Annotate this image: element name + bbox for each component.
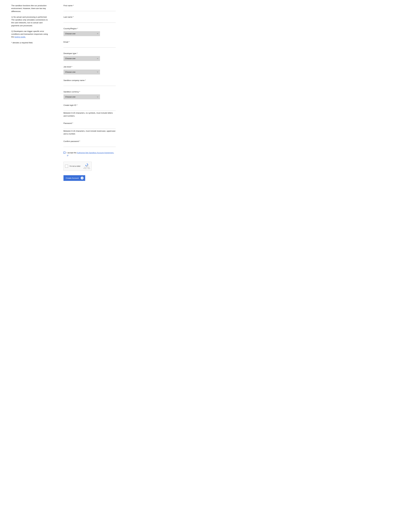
accept-terms-checkbox[interactable] <box>64 152 66 154</box>
create-account-label: Create Account <box>66 177 79 179</box>
currency-label: Sandbox currency * <box>64 90 116 93</box>
job-level-select[interactable]: Choose one <box>64 70 100 75</box>
email-label: Email * <box>64 41 116 43</box>
point-1-paragraph: 1) No actual card processing is performe… <box>11 16 49 27</box>
confirm-password-label: Confirm password * <box>64 140 116 143</box>
first-name-input[interactable] <box>64 7 116 11</box>
required-note: * denotes a required field. <box>11 41 49 44</box>
currency-group: Sandbox currency * Choose one <box>64 90 116 99</box>
password-label: Password * <box>64 122 116 125</box>
external-link-icon <box>67 154 68 157</box>
recaptcha-widget: I'm not a robot reCAPTCHA Privacy - Term… <box>64 162 92 171</box>
last-name-group: Last name * <box>64 16 116 23</box>
accept-terms-row: I accept the Authorize.Net Sandbox Accou… <box>64 151 116 157</box>
arrow-right-icon <box>81 177 84 180</box>
confirm-password-group: Confirm password * <box>64 140 116 147</box>
recaptcha-branding: reCAPTCHA Privacy - Terms <box>83 163 90 169</box>
country-group: Country/Region * Choose one <box>64 27 116 36</box>
login-id-label: Create login ID * <box>64 104 116 107</box>
password-input[interactable] <box>64 125 116 129</box>
first-name-label: First name * <box>64 4 116 7</box>
company-label: Sandbox company name * <box>64 79 116 82</box>
last-name-label: Last name * <box>64 16 116 19</box>
country-label: Country/Region * <box>64 27 116 30</box>
currency-select[interactable]: Choose one <box>64 94 100 99</box>
job-level-group: Job level * Choose one <box>64 66 116 74</box>
dev-type-select[interactable]: Choose one <box>64 56 100 61</box>
login-id-input[interactable] <box>64 107 116 111</box>
create-account-button[interactable]: Create Account <box>64 175 85 181</box>
intro-paragraph: The sandbox functions like our productio… <box>11 4 49 13</box>
recaptcha-brand-text: reCAPTCHA <box>84 167 90 168</box>
company-group: Sandbox company name * <box>64 79 116 86</box>
recaptcha-icon <box>85 163 88 167</box>
email-group: Email * <box>64 41 116 48</box>
country-select[interactable]: Choose one <box>64 31 100 36</box>
recaptcha-terms-text: Privacy - Terms <box>83 168 90 169</box>
dev-type-group: Developer type * Choose one <box>64 52 116 61</box>
sidebar-description: The sandbox functions like our productio… <box>11 4 49 181</box>
confirm-password-input[interactable] <box>64 143 116 147</box>
last-name-input[interactable] <box>64 19 116 23</box>
login-id-hint: Between 8-20 characters, no symbols, mus… <box>64 112 116 117</box>
job-level-label: Job level * <box>64 66 116 68</box>
dev-type-label: Developer type * <box>64 52 116 55</box>
email-input[interactable] <box>64 44 116 48</box>
recaptcha-label: I'm not a robot <box>70 165 82 167</box>
page-container: The sandbox functions like our productio… <box>0 0 127 192</box>
accept-terms-label: I accept the Authorize.Net Sandbox Accou… <box>66 151 116 157</box>
company-input[interactable] <box>64 82 116 86</box>
point-2-paragraph: 2) Developers can trigger specific error… <box>11 30 49 38</box>
login-id-group: Create login ID * Between 8-20 character… <box>64 104 116 117</box>
testing-guide-link[interactable]: testing guide. <box>15 36 26 38</box>
password-group: Password * Between 8-16 characters, must… <box>64 122 116 135</box>
accept-prefix: I accept the <box>66 152 77 154</box>
first-name-group: First name * <box>64 4 116 11</box>
signup-form: First name * Last name * Country/Region … <box>64 4 116 181</box>
password-hint: Between 8-16 characters, must include lo… <box>64 130 116 135</box>
recaptcha-checkbox[interactable] <box>65 165 68 168</box>
